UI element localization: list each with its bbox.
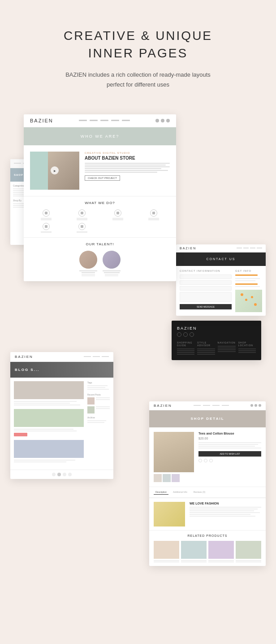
service-item — [138, 209, 170, 220]
recent-posts — [87, 397, 110, 413]
pagination-prev[interactable] — [52, 473, 56, 476]
detail-nav: BAZIEN — [149, 401, 266, 410]
about-text: CREATIVE DIGITAL STUDIO ABOUT BAZIEN STO… — [85, 152, 170, 190]
recent-post — [87, 406, 110, 413]
service-item — [30, 209, 62, 220]
we-love-text: WE LOVE FASHION — [190, 502, 261, 527]
we-love-fashion-section: WE LOVE FASHION — [149, 498, 266, 530]
about-page-mockup: BAZIEN WHO WE ARE? CREATIV — [24, 114, 176, 281]
blog-nav: BAZIEN — [10, 352, 113, 362]
recent-post — [87, 397, 110, 405]
related-product-image — [236, 541, 261, 559]
contact-body: CONTACT INFORMATION SEND MESSAGE GET INF… — [176, 266, 266, 316]
related-products-section: RELATED PRODUCTS — [149, 530, 266, 566]
blog-post-image — [14, 381, 84, 399]
share-pinterest-icon[interactable] — [209, 459, 213, 462]
about-nav: BAZIEN — [24, 114, 176, 127]
contact-map — [235, 290, 262, 312]
blog-sidebar: Tags Recent Posts — [87, 381, 110, 466]
contact-page-mockup: BAZIEN CONTACT US CONTACT INFORMATION SE… — [176, 244, 266, 316]
play-button — [51, 166, 59, 174]
related-product — [208, 541, 234, 562]
product-images — [154, 432, 194, 482]
related-product-image — [181, 541, 207, 559]
add-to-wishlist-button[interactable]: ADD TO WISH LIST — [198, 451, 261, 457]
header-section: CREATIVE & UNIQUE INNER PAGES BAZIEN inc… — [64, 27, 212, 90]
contact-info: GET INFO — [235, 270, 262, 312]
footer-col-style: STYLE ADVISOR — [197, 341, 215, 355]
footer-logo: BAZIEN — [177, 326, 256, 331]
blog-post — [14, 409, 84, 436]
product-tabs: Description Additional Info Reviews (0) — [149, 487, 266, 498]
product-price: $20.00 — [198, 437, 261, 440]
contact-field-email — [180, 280, 232, 285]
twitter-icon — [183, 332, 188, 337]
footer-col-shopping: SHOPPING GUIDE — [177, 341, 194, 355]
product-info: Tees and Cotton Blouse $20.00 ADD TO WIS… — [198, 432, 261, 482]
product-thumb[interactable] — [163, 474, 171, 482]
contact-hero: CONTACT US — [176, 252, 266, 266]
about-nav-logo: BAZIEN — [30, 118, 53, 123]
related-product — [181, 541, 207, 562]
contact-field-name — [180, 274, 232, 279]
service-item — [30, 223, 62, 233]
we-love-image — [154, 502, 185, 527]
about-content: CREATIVE DIGITAL STUDIO ABOUT BAZIEN STO… — [24, 145, 176, 196]
product-social-share — [198, 459, 261, 462]
blog-main-content — [14, 381, 84, 466]
contact-nav-logo: BAZIEN — [180, 247, 196, 250]
tab-reviews[interactable]: Reviews (0) — [192, 490, 207, 495]
talent-photo — [79, 251, 97, 269]
read-more-button[interactable] — [14, 433, 27, 436]
blog-post-image — [14, 409, 84, 427]
contact-form: CONTACT INFORMATION SEND MESSAGE — [180, 270, 232, 312]
footer-social — [177, 332, 256, 337]
about-hero: WHO WE ARE? — [24, 127, 176, 145]
service-item — [102, 209, 134, 220]
instagram-icon — [190, 332, 194, 337]
blog-post — [14, 381, 84, 405]
footer-mockup: BAZIEN SHOPPING GUIDE STYLE ADVISOR — [172, 321, 261, 360]
blog-post-image — [14, 440, 84, 458]
facebook-icon — [177, 332, 181, 337]
blog-nav-logo: BAZIEN — [15, 355, 33, 359]
tab-additional-info[interactable]: Additional Info — [171, 490, 189, 495]
talent-section: OUR TALENT! — [24, 237, 176, 281]
detail-body: Tees and Cotton Blouse $20.00 ADD TO WIS… — [149, 427, 266, 487]
blog-hero: BLOG S... — [10, 362, 113, 378]
footer-col-location: SHOP LOCATION — [238, 341, 256, 355]
product-thumb[interactable] — [154, 474, 162, 482]
about-image — [30, 152, 79, 190]
screenshots-container: SHOP SIDEBAR Categories Shop By — [10, 114, 266, 599]
related-product — [154, 541, 179, 562]
send-message-button[interactable]: SEND MESSAGE — [180, 304, 232, 309]
related-products-grid — [154, 541, 261, 562]
talent-photo — [103, 251, 121, 269]
shop-detail-mockup: BAZIEN SHOP DETAIL — [149, 401, 266, 566]
related-product-image — [154, 541, 179, 559]
footer-columns: SHOPPING GUIDE STYLE ADVISOR NAV — [177, 341, 256, 355]
talent-person — [79, 251, 97, 277]
pagination-page-1[interactable] — [57, 473, 61, 476]
about-nav-links — [79, 120, 130, 121]
services-grid — [30, 209, 170, 220]
page-title: CREATIVE & UNIQUE INNER PAGES — [64, 27, 212, 62]
related-product-image — [208, 541, 234, 559]
product-thumb[interactable] — [172, 474, 180, 482]
detail-hero: SHOP DETAIL — [149, 410, 266, 427]
detail-nav-logo: BAZIEN — [154, 404, 172, 408]
what-we-do-section: WHAT WE DO? — [24, 196, 176, 237]
blog-pagination — [10, 470, 113, 479]
tab-description[interactable]: Description — [154, 490, 168, 495]
pagination-next[interactable] — [68, 473, 72, 476]
share-facebook-icon[interactable] — [198, 459, 202, 462]
blog-body: Tags Recent Posts — [10, 378, 113, 470]
share-twitter-icon[interactable] — [204, 459, 207, 462]
subtitle-text: BAZIEN includes a rich collection of rea… — [64, 70, 212, 90]
service-item — [66, 223, 98, 233]
product-name: Tees and Cotton Blouse — [198, 432, 261, 435]
blog-page-mockup: BAZIEN BLOG S... — [10, 352, 113, 479]
pagination-page-2[interactable] — [63, 473, 66, 476]
service-item — [66, 209, 98, 220]
contact-nav: BAZIEN — [176, 244, 266, 252]
